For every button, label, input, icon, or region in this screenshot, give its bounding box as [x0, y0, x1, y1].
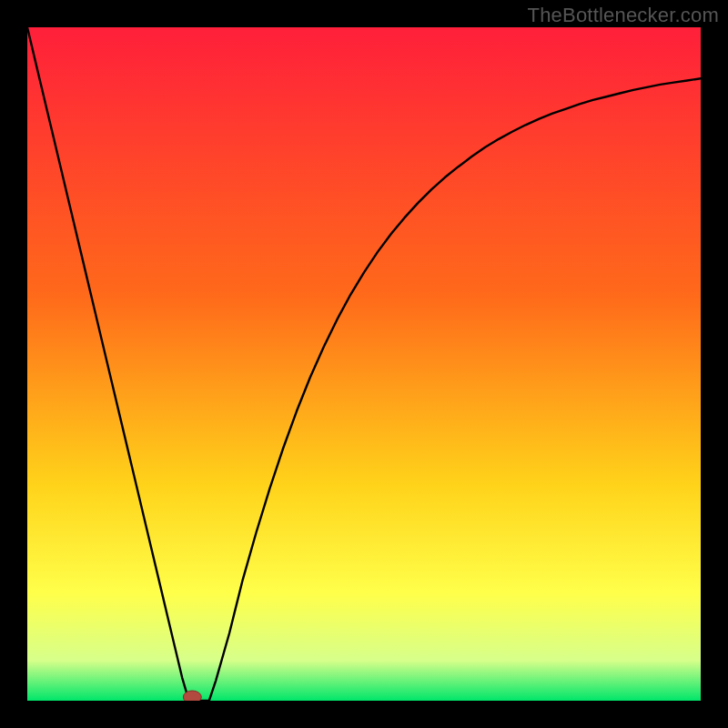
outer-frame: TheBottlenecker.com: [0, 0, 728, 728]
chart-svg: [27, 27, 701, 701]
optimum-marker: [183, 691, 201, 701]
chart-area: [27, 27, 701, 701]
gradient-background: [27, 27, 701, 701]
attribution-text: TheBottlenecker.com: [528, 4, 719, 27]
